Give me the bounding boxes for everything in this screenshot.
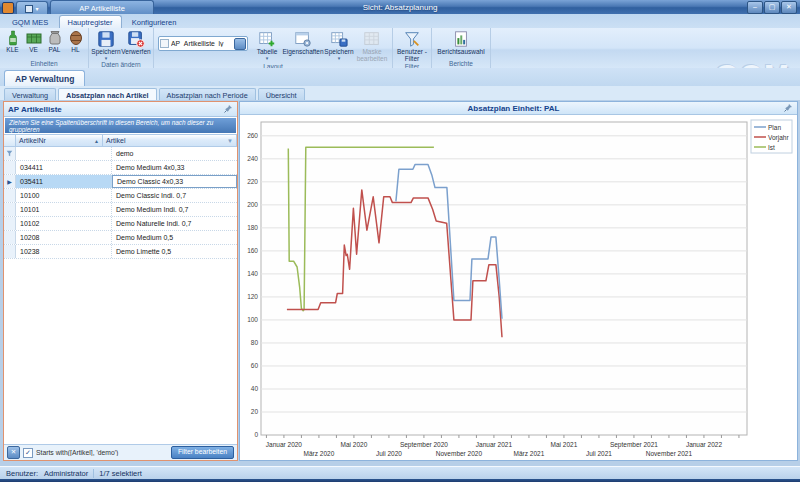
chart-legend: PlanVorjahrIst — [751, 120, 792, 153]
ribbon: KLE VE PAL HL Einheiten Speichern ▾ — [0, 28, 800, 69]
chart-area: 020406080100120140160180200220240260Janu… — [240, 115, 797, 460]
document-tab-label: AP Artikelliste — [79, 4, 125, 13]
x-tick-label: März 2020 — [304, 450, 335, 457]
document-tab-ap-artikelliste[interactable]: AP Artikelliste — [50, 0, 154, 15]
save-icon — [96, 30, 116, 48]
x-tick-label: Mai 2021 — [551, 441, 578, 448]
ve-button[interactable]: VE — [23, 29, 44, 54]
column-header-artikel-label: Artikel — [106, 137, 125, 144]
maske-bearbeiten-label: Maske bearbeiten — [355, 49, 389, 63]
cell-artikelnr[interactable]: 10102 — [16, 217, 112, 230]
grid-mini-icon — [25, 5, 33, 13]
x-tick-label: September 2021 — [610, 441, 658, 449]
grid-corner-cell — [4, 134, 16, 147]
table-add-icon — [257, 30, 277, 48]
y-tick-label: 200 — [247, 201, 258, 208]
quick-access-tab[interactable]: ▾ — [16, 1, 48, 15]
filter-enabled-checkbox[interactable]: ✓ — [23, 448, 33, 458]
sub-tab-strip: VerwaltungAbsatzplan nach ArtikelAbsatzp… — [0, 86, 800, 101]
tab-ap-verwaltung[interactable]: AP Verwaltung — [4, 70, 85, 86]
cell-artikelnr[interactable]: 035411 — [16, 175, 112, 188]
status-separator — [93, 469, 94, 478]
row-indicator — [4, 217, 16, 230]
row-indicator — [4, 203, 16, 216]
cell-artikel[interactable]: Demo Classic Indi. 0,7 — [112, 189, 237, 202]
status-user-value: Administrator — [44, 469, 88, 478]
filter-cell-artikel[interactable]: demo — [112, 147, 237, 160]
filter-footer: ✕ ✓ Starts with([Artikel], 'demo') Filte… — [4, 444, 237, 460]
discard-icon — [126, 30, 146, 48]
y-tick-label: 180 — [247, 224, 258, 231]
chevron-down-icon: ▾ — [35, 5, 38, 12]
cell-artikel[interactable]: Demo Naturelle Indi. 0,7 — [112, 217, 237, 230]
minimize-button[interactable]: – — [747, 1, 763, 14]
hl-button[interactable]: HL — [65, 29, 86, 54]
grid-header-row: ArtikelNr ▲ Artikel ▼ — [4, 134, 237, 147]
chart-svg: 020406080100120140160180200220240260Janu… — [240, 115, 795, 458]
filter-close-button[interactable]: ✕ — [7, 446, 20, 459]
cell-artikelnr[interactable]: 10101 — [16, 203, 112, 216]
y-tick-label: 20 — [251, 408, 259, 415]
ribbon-tab-hauptregister[interactable]: Hauptregister — [59, 15, 122, 29]
cell-artikel[interactable]: Demo Limette 0,5 — [112, 245, 237, 258]
tab-ap-verwaltung-label: AP Verwaltung — [15, 74, 74, 84]
table-row[interactable]: ▶035411Demo Classic 4x0,33 — [4, 175, 237, 189]
berichtsauswahl-label: Berichtsauswahl — [437, 49, 484, 56]
verwerfen-button[interactable]: Verwerfen — [121, 29, 151, 56]
berichtsauswahl-button[interactable]: Berichtsauswahl — [434, 29, 488, 56]
article-panel-header: AP Artikelliste — [4, 102, 237, 117]
y-tick-label: 160 — [247, 247, 258, 254]
y-tick-label: 40 — [251, 385, 259, 392]
table-row[interactable]: 10102Demo Naturelle Indi. 0,7 — [4, 217, 237, 231]
filter-cell-artikelnr[interactable] — [16, 147, 112, 160]
cell-artikelnr[interactable]: 034411 — [16, 161, 112, 174]
row-indicator — [4, 231, 16, 244]
x-tick-label: November 2021 — [646, 450, 693, 457]
cell-artikelnr[interactable]: 10238 — [16, 245, 112, 258]
status-selection: 1/7 selektiert — [99, 469, 142, 478]
table-row[interactable]: 10101Demo Medium Indi. 0,7 — [4, 203, 237, 217]
cell-artikel[interactable]: Demo Medium Indi. 0,7 — [112, 203, 237, 216]
article-list-panel: AP Artikelliste Ziehen Sie eine Spaltenü… — [3, 101, 238, 461]
layout-combo-save-icon[interactable] — [234, 38, 246, 50]
column-header-artikel[interactable]: Artikel ▼ — [103, 134, 237, 147]
x-tick-label: Januar 2022 — [686, 441, 723, 448]
table-row[interactable]: 10100Demo Classic Indi. 0,7 — [4, 189, 237, 203]
legend-label-plan: Plan — [768, 124, 781, 131]
cell-artikel[interactable]: Demo Classic 4x0,33 — [112, 175, 237, 188]
close-button[interactable]: ✕ — [781, 1, 797, 14]
table-row[interactable]: 034411Demo Medium 4x0,33 — [4, 161, 237, 175]
group-by-bar[interactable]: Ziehen Sie eine Spaltenüberschrift in di… — [5, 118, 236, 133]
kle-button[interactable]: KLE — [2, 29, 23, 54]
user-filter-icon — [402, 30, 422, 48]
pin-icon[interactable] — [783, 103, 793, 113]
cell-artikel[interactable]: Demo Medium 4x0,33 — [112, 161, 237, 174]
table-row[interactable]: 10208Demo Medium 0,5 — [4, 231, 237, 245]
column-header-artikelnr[interactable]: ArtikelNr ▲ — [16, 134, 103, 147]
eigenschaften-button[interactable]: Eigenschaften — [282, 29, 324, 56]
status-bar: Benutzer: Administrator 1/7 selektiert — [0, 466, 800, 480]
layout-speichern-button[interactable]: Speichern ▾ — [324, 29, 354, 61]
table-row[interactable]: 10238Demo Limette 0,5 — [4, 245, 237, 259]
benutzer-filter-button[interactable]: Benutzer - Filter — [395, 29, 429, 63]
maximize-button[interactable]: ▢ — [764, 1, 780, 14]
cell-artikel[interactable]: Demo Medium 0,5 — [112, 231, 237, 244]
save-layout-icon — [329, 30, 349, 48]
x-tick-label: März 2021 — [514, 450, 545, 457]
column-filter-icon[interactable]: ▼ — [227, 138, 233, 144]
cell-artikelnr[interactable]: 10100 — [16, 189, 112, 202]
pal-button[interactable]: PAL — [44, 29, 65, 54]
tabelle-button[interactable]: Tabelle ▾ — [252, 29, 282, 61]
title-bar: Sicht: Absatzplanung ▾ AP Artikelliste –… — [0, 0, 800, 14]
pin-icon[interactable] — [223, 104, 233, 114]
grid-filter-row[interactable]: demo — [4, 147, 237, 161]
bottle-icon — [5, 30, 21, 46]
document-tab-strip: AP Verwaltung — [0, 68, 800, 86]
ribbon-group-berichte: Berichtsauswahl Berichte — [432, 28, 491, 68]
speichern-button[interactable]: Speichern ▾ — [91, 29, 121, 61]
selected-row-marker-icon: ▶ — [4, 175, 16, 188]
filter-edit-button[interactable]: Filter bearbeiten — [171, 446, 234, 459]
layout-combo[interactable]: AP_Artikelliste_ly — [158, 36, 248, 51]
cell-artikelnr[interactable]: 10208 — [16, 231, 112, 244]
hl-label: HL — [71, 47, 79, 54]
